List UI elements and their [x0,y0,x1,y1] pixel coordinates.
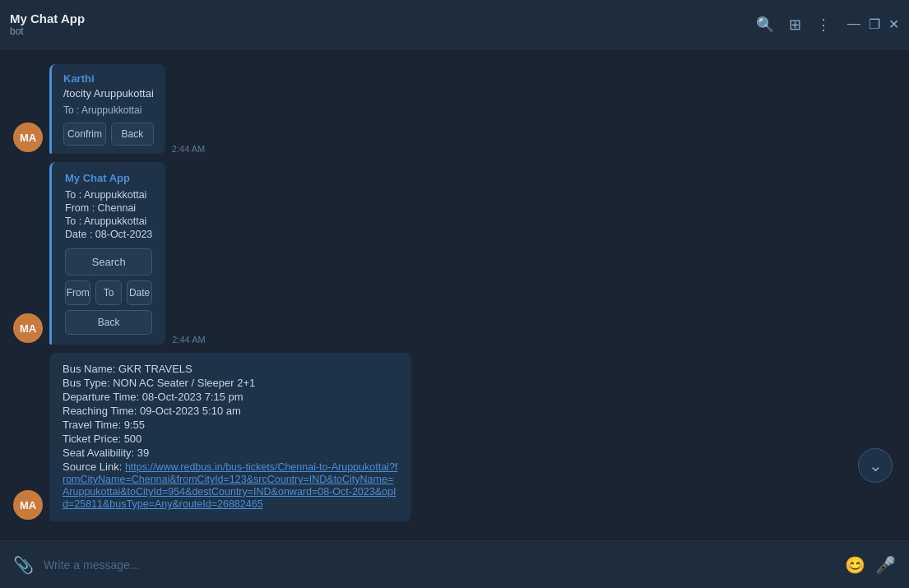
departure-time: Departure Time: 08-Oct-2023 7:15 pm [63,391,398,403]
emoji-icon[interactable]: 😊 [845,555,865,575]
info-line-date: Date : 08-Oct-2023 [65,229,152,240]
app-sender: My Chat App [65,172,152,184]
back-button[interactable]: Back [65,310,152,335]
bubble-buttons: Confrim Back [63,123,154,146]
close-button[interactable]: ✕ [888,16,899,32]
attach-icon[interactable]: 📎 [13,555,34,575]
date-button[interactable]: Date [127,280,152,305]
minimize-button[interactable]: — [847,16,860,32]
message-row: MA My Chat App To : Aruppukkottai From :… [0,162,909,345]
avatar: MA [13,313,43,343]
window-controls: — ❐ ✕ [847,16,899,32]
app-subtitle: bot [10,25,756,37]
info-line-to2: To : Aruppukkottai [65,215,152,227]
back-button[interactable]: Back [111,123,154,146]
maximize-button[interactable]: ❐ [869,16,880,32]
scroll-down-button[interactable]: ⌄ [858,448,893,483]
action-row: From To Date [65,280,152,305]
search-icon[interactable]: 🔍 [756,16,774,34]
message-row: MA Bus Name: GKR TRAVELS Bus Type: NON A… [0,353,909,521]
timestamp: 2:44 AM [172,335,205,345]
columns-icon[interactable]: ⊞ [789,16,801,34]
source-label: Source Link: https://www.redbus.in/bus-t… [63,461,398,510]
message-input[interactable] [44,558,835,572]
menu-icon[interactable]: ⋮ [816,16,831,34]
info-line-to1: To : Aruppukkottai [65,189,152,201]
chevron-down-icon: ⌄ [869,456,883,475]
ticket-price: Ticket Price: 500 [63,433,398,445]
from-button[interactable]: From [65,280,90,305]
chat-area: MA Karthi /tocity Aruppukottai To : Arup… [0,49,909,538]
search-button[interactable]: Search [65,248,152,275]
bus-info-bubble: Bus Name: GKR TRAVELS Bus Type: NON AC S… [49,353,411,521]
confirm-button[interactable]: Confrim [63,123,106,146]
avatar: MA [13,490,43,520]
seat-availability: Seat Avalibility: 39 [63,447,398,459]
app-title: My Chat App [10,12,756,25]
mychatapp-bubble: My Chat App To : Aruppukkottai From : Ch… [49,162,165,345]
input-bar: 📎 😊 🎤 [0,540,909,588]
mic-icon[interactable]: 🎤 [875,555,896,575]
title-bar: My Chat App bot 🔍 ⊞ ⋮ — ❐ ✕ [0,0,909,49]
bus-type: Bus Type: NON AC Seater / Sleeper 2+1 [63,377,398,389]
message-text: /tocity Aruppukottai [63,87,154,100]
message-row: MA Karthi /tocity Aruppukottai To : Arup… [0,64,909,154]
title-bar-left: My Chat App bot [10,12,756,37]
to-line: To : Aruppukkottai [63,104,154,116]
karthi-bubble: Karthi /tocity Aruppukottai To : Aruppuk… [49,64,165,154]
info-line-from: From : Chennai [65,202,152,214]
avatar: MA [13,123,43,152]
title-bar-icons: 🔍 ⊞ ⋮ [756,16,831,34]
sender-name: Karthi [63,72,154,85]
reaching-time: Reaching Time: 09-Oct-2023 5:10 am [63,405,398,417]
bus-name: Bus Name: GKR TRAVELS [63,363,398,375]
travel-time: Travel Time: 9:55 [63,419,398,431]
to-button[interactable]: To [95,280,121,305]
chat-wrapper: MA Karthi /tocity Aruppukottai To : Arup… [0,49,909,540]
timestamp: 2:44 AM [172,144,205,154]
